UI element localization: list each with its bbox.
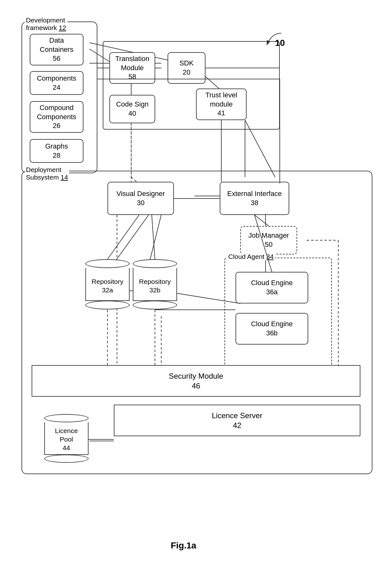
graphs-box: Graphs 28 [30,139,83,163]
job-manager-box: Job Manager 50 [240,226,297,254]
data-containers-box: Data Containers 56 [30,34,83,65]
cloud-agent-label: Cloud Agent 34 [227,253,275,260]
security-module-box: Security Module 46 [32,365,360,397]
components-box: Components 24 [30,71,83,95]
cloud-engine-b-box: Cloud Engine 36b [236,313,308,345]
diagram: Development framework 12 Data Containers… [0,0,392,587]
cloud-engine-a-box: Cloud Engine 36a [236,272,308,303]
external-interface-box: External Interface 38 [220,182,289,215]
trust-level-box: Trust level module 41 [196,89,247,120]
repository-a-cylinder: Repository 32a [85,259,130,310]
visual-designer-box: Visual Designer 30 [107,182,174,215]
compound-components-box: Compound Components 26 [30,101,83,133]
dev-framework-label: Development framework 12 [25,16,67,32]
licence-pool-cylinder: Licence Pool 44 [44,414,89,463]
ref-arrow [259,30,285,52]
figure-caption: Fig.1a [171,541,196,551]
code-sign-box: Code Sign 40 [109,95,155,123]
repository-b-cylinder: Repository 32b [133,259,177,310]
deployment-label: Deployment Subsystem 14 [25,166,69,181]
licence-server-box: Licence Server 42 [114,405,360,436]
